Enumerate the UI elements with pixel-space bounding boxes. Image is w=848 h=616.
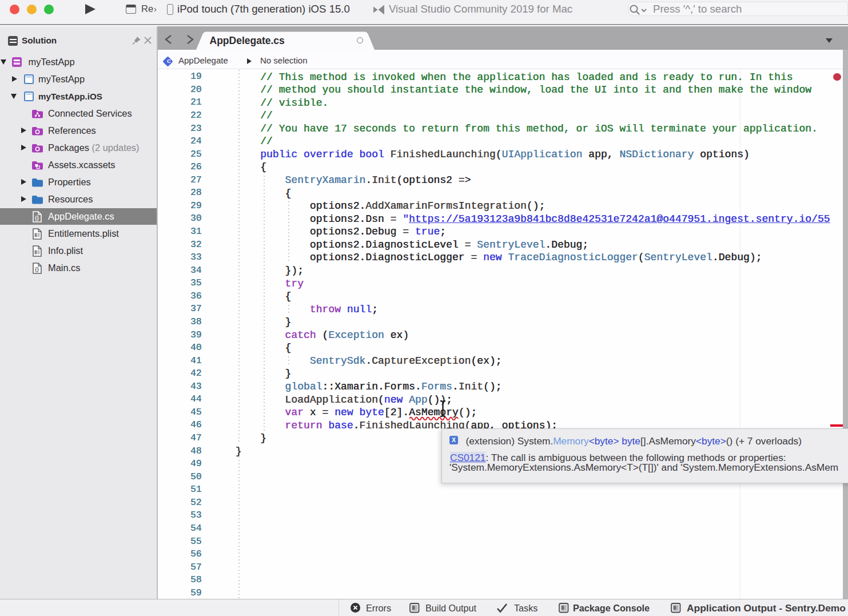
- svg-text:{}: {}: [35, 266, 39, 272]
- svg-text:{}: {}: [35, 214, 39, 220]
